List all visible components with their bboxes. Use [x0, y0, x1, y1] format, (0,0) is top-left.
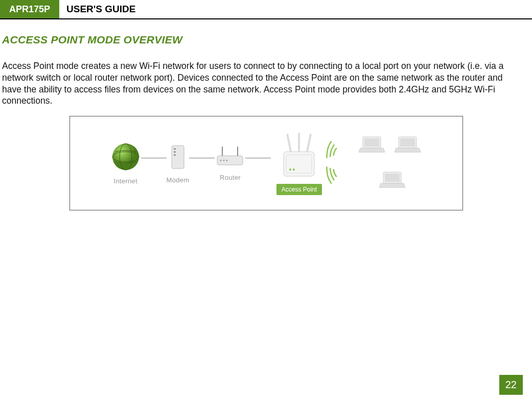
access-point-node: Access Point	[276, 131, 322, 195]
svg-point-12	[226, 159, 228, 161]
section-title: ACCESS POINT MODE OVERVIEW	[2, 34, 532, 46]
cable-3	[245, 157, 271, 159]
svg-rect-25	[385, 174, 400, 182]
globe-icon	[110, 141, 141, 174]
page-number: 22	[499, 375, 523, 395]
laptop-icon	[378, 170, 406, 192]
svg-rect-21	[364, 138, 379, 147]
svg-point-0	[112, 144, 139, 170]
svg-point-10	[220, 159, 222, 161]
body-paragraph: Access Point mode creates a new Wi-Fi ne…	[2, 60, 524, 107]
doc-title: USER'S GUIDE	[59, 4, 135, 15]
svg-point-11	[223, 159, 225, 161]
laptop-icon	[394, 134, 422, 157]
svg-point-19	[293, 169, 295, 171]
modem-node: Modem	[167, 143, 190, 184]
modem-label: Modem	[167, 176, 190, 184]
laptop-icon	[358, 134, 386, 157]
access-point-icon	[276, 131, 322, 182]
svg-line-15	[307, 134, 311, 154]
network-diagram: Internet Modem	[70, 116, 463, 210]
internet-label: Internet	[113, 177, 137, 185]
svg-rect-23	[400, 138, 415, 147]
page-header: APR175P USER'S GUIDE	[0, 0, 532, 19]
router-icon	[215, 146, 245, 171]
svg-rect-3	[172, 146, 184, 169]
cable-2	[189, 157, 215, 159]
client-devices	[358, 134, 422, 192]
svg-point-18	[289, 169, 291, 171]
svg-rect-5	[174, 151, 176, 153]
product-badge: APR175P	[0, 0, 59, 18]
router-node: Router	[215, 146, 245, 181]
svg-rect-16	[284, 152, 314, 176]
svg-rect-4	[174, 148, 176, 150]
access-point-label: Access Point	[276, 184, 322, 195]
svg-rect-6	[174, 154, 176, 156]
router-label: Router	[220, 174, 241, 181]
internet-node: Internet	[110, 141, 141, 185]
svg-line-13	[287, 134, 291, 154]
cable-1	[141, 157, 167, 159]
modem-icon	[168, 143, 188, 173]
